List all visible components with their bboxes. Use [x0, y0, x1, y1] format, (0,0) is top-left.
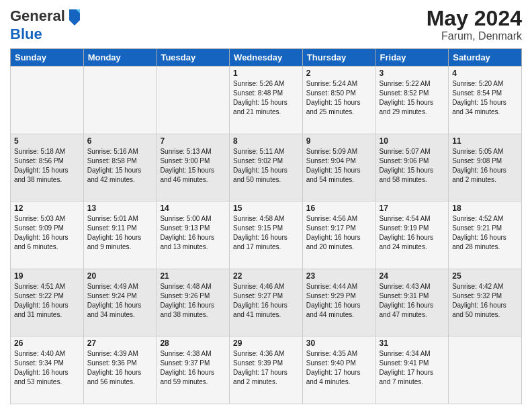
col-friday: Friday — [375, 49, 449, 66]
day-number: 22 — [233, 271, 299, 281]
day-number: 8 — [233, 136, 299, 146]
calendar-cell: 26Sunrise: 4:40 AM Sunset: 9:34 PM Dayli… — [11, 336, 84, 404]
day-number: 6 — [87, 136, 153, 146]
day-info: Sunrise: 4:42 AM Sunset: 9:32 PM Dayligh… — [452, 282, 518, 320]
day-number: 11 — [452, 136, 518, 146]
calendar-cell: 21Sunrise: 4:48 AM Sunset: 9:26 PM Dayli… — [157, 269, 230, 336]
day-info: Sunrise: 4:56 AM Sunset: 9:17 PM Dayligh… — [306, 214, 372, 252]
calendar-cell: 20Sunrise: 4:49 AM Sunset: 9:24 PM Dayli… — [83, 269, 157, 336]
day-info: Sunrise: 4:39 AM Sunset: 9:36 PM Dayligh… — [87, 349, 153, 387]
day-number: 19 — [14, 271, 80, 281]
day-info: Sunrise: 5:09 AM Sunset: 9:04 PM Dayligh… — [306, 147, 372, 185]
calendar-week-1: 1Sunrise: 5:26 AM Sunset: 8:48 PM Daylig… — [11, 66, 522, 134]
day-info: Sunrise: 5:18 AM Sunset: 8:56 PM Dayligh… — [14, 147, 80, 185]
title-block: May 2024 Farum, Denmark — [427, 7, 522, 42]
calendar-cell: 27Sunrise: 4:39 AM Sunset: 9:36 PM Dayli… — [83, 336, 157, 404]
calendar-cell — [83, 66, 157, 134]
day-number: 29 — [233, 338, 299, 348]
calendar-cell: 24Sunrise: 4:43 AM Sunset: 9:31 PM Dayli… — [375, 269, 449, 336]
page: General Blue May 2024 Farum, Denmark Sun… — [0, 0, 532, 411]
title-month: May 2024 — [427, 7, 522, 30]
calendar-cell: 18Sunrise: 4:52 AM Sunset: 9:21 PM Dayli… — [449, 201, 522, 269]
calendar-cell: 1Sunrise: 5:26 AM Sunset: 8:48 PM Daylig… — [230, 66, 303, 134]
day-number: 7 — [160, 136, 226, 146]
day-number: 14 — [160, 203, 226, 213]
col-saturday: Saturday — [449, 49, 522, 66]
day-info: Sunrise: 5:03 AM Sunset: 9:09 PM Dayligh… — [14, 214, 80, 252]
calendar-header: Sunday Monday Tuesday Wednesday Thursday… — [11, 49, 522, 66]
day-number: 13 — [87, 203, 153, 213]
day-info: Sunrise: 4:48 AM Sunset: 9:26 PM Dayligh… — [160, 282, 226, 320]
day-info: Sunrise: 4:40 AM Sunset: 9:34 PM Dayligh… — [14, 349, 80, 387]
day-info: Sunrise: 5:00 AM Sunset: 9:13 PM Dayligh… — [160, 214, 226, 252]
day-info: Sunrise: 5:01 AM Sunset: 9:11 PM Dayligh… — [87, 214, 153, 252]
calendar-week-3: 12Sunrise: 5:03 AM Sunset: 9:09 PM Dayli… — [11, 201, 522, 269]
calendar-cell: 11Sunrise: 5:05 AM Sunset: 9:08 PM Dayli… — [449, 134, 522, 201]
col-monday: Monday — [83, 49, 157, 66]
calendar-cell: 13Sunrise: 5:01 AM Sunset: 9:11 PM Dayli… — [83, 201, 157, 269]
calendar-body: 1Sunrise: 5:26 AM Sunset: 8:48 PM Daylig… — [11, 66, 522, 404]
day-info: Sunrise: 4:35 AM Sunset: 9:40 PM Dayligh… — [306, 349, 372, 387]
calendar-cell: 3Sunrise: 5:22 AM Sunset: 8:52 PM Daylig… — [375, 66, 449, 134]
day-number: 30 — [306, 338, 372, 348]
day-info: Sunrise: 5:20 AM Sunset: 8:54 PM Dayligh… — [452, 79, 518, 117]
col-thursday: Thursday — [302, 49, 375, 66]
calendar-cell: 9Sunrise: 5:09 AM Sunset: 9:04 PM Daylig… — [302, 134, 375, 201]
title-location: Farum, Denmark — [427, 30, 522, 42]
calendar-cell: 2Sunrise: 5:24 AM Sunset: 8:50 PM Daylig… — [302, 66, 375, 134]
calendar-cell: 16Sunrise: 4:56 AM Sunset: 9:17 PM Dayli… — [302, 201, 375, 269]
day-number: 18 — [452, 203, 518, 213]
calendar-cell: 7Sunrise: 5:13 AM Sunset: 9:00 PM Daylig… — [157, 134, 230, 201]
day-number: 27 — [87, 338, 153, 348]
day-number: 28 — [160, 338, 226, 348]
day-number: 9 — [306, 136, 372, 146]
day-info: Sunrise: 4:38 AM Sunset: 9:37 PM Dayligh… — [160, 349, 226, 387]
day-number: 21 — [160, 271, 226, 281]
logo-blue-text: Blue — [10, 26, 42, 42]
calendar-cell: 29Sunrise: 4:36 AM Sunset: 9:39 PM Dayli… — [230, 336, 303, 404]
day-info: Sunrise: 5:16 AM Sunset: 8:58 PM Dayligh… — [87, 147, 153, 185]
calendar-cell: 15Sunrise: 4:58 AM Sunset: 9:15 PM Dayli… — [230, 201, 303, 269]
day-info: Sunrise: 4:44 AM Sunset: 9:29 PM Dayligh… — [306, 282, 372, 320]
day-info: Sunrise: 5:22 AM Sunset: 8:52 PM Dayligh… — [380, 79, 445, 117]
day-number: 23 — [306, 271, 372, 281]
calendar-week-5: 26Sunrise: 4:40 AM Sunset: 9:34 PM Dayli… — [11, 336, 522, 404]
calendar-cell: 25Sunrise: 4:42 AM Sunset: 9:32 PM Dayli… — [449, 269, 522, 336]
day-number: 1 — [233, 68, 299, 78]
calendar-cell — [449, 336, 522, 404]
calendar-cell: 22Sunrise: 4:46 AM Sunset: 9:27 PM Dayli… — [230, 269, 303, 336]
calendar-cell: 17Sunrise: 4:54 AM Sunset: 9:19 PM Dayli… — [375, 201, 449, 269]
col-tuesday: Tuesday — [157, 49, 230, 66]
calendar-cell: 31Sunrise: 4:34 AM Sunset: 9:41 PM Dayli… — [375, 336, 449, 404]
day-number: 20 — [87, 271, 153, 281]
day-info: Sunrise: 5:11 AM Sunset: 9:02 PM Dayligh… — [233, 147, 299, 185]
calendar-cell: 14Sunrise: 5:00 AM Sunset: 9:13 PM Dayli… — [157, 201, 230, 269]
day-info: Sunrise: 4:36 AM Sunset: 9:39 PM Dayligh… — [233, 349, 299, 387]
day-info: Sunrise: 4:46 AM Sunset: 9:27 PM Dayligh… — [233, 282, 299, 320]
calendar-table: Sunday Monday Tuesday Wednesday Thursday… — [10, 48, 522, 404]
day-number: 10 — [380, 136, 445, 146]
logo-general-text: General — [10, 7, 65, 25]
day-number: 17 — [380, 203, 445, 213]
calendar-week-2: 5Sunrise: 5:18 AM Sunset: 8:56 PM Daylig… — [11, 134, 522, 201]
day-number: 3 — [380, 68, 445, 78]
day-number: 4 — [452, 68, 518, 78]
day-info: Sunrise: 5:24 AM Sunset: 8:50 PM Dayligh… — [306, 79, 372, 117]
calendar-cell: 19Sunrise: 4:51 AM Sunset: 9:22 PM Dayli… — [11, 269, 84, 336]
day-number: 31 — [380, 338, 445, 348]
day-info: Sunrise: 4:51 AM Sunset: 9:22 PM Dayligh… — [14, 282, 80, 320]
day-number: 2 — [306, 68, 372, 78]
logo-icon — [66, 7, 83, 26]
day-info: Sunrise: 4:58 AM Sunset: 9:15 PM Dayligh… — [233, 214, 299, 252]
day-info: Sunrise: 4:34 AM Sunset: 9:41 PM Dayligh… — [380, 349, 445, 387]
day-info: Sunrise: 5:13 AM Sunset: 9:00 PM Dayligh… — [160, 147, 226, 185]
calendar-cell: 10Sunrise: 5:07 AM Sunset: 9:06 PM Dayli… — [375, 134, 449, 201]
day-number: 16 — [306, 203, 372, 213]
calendar-cell: 4Sunrise: 5:20 AM Sunset: 8:54 PM Daylig… — [449, 66, 522, 134]
day-number: 5 — [14, 136, 80, 146]
logo: General Blue — [10, 7, 85, 43]
day-number: 12 — [14, 203, 80, 213]
day-info: Sunrise: 4:49 AM Sunset: 9:24 PM Dayligh… — [87, 282, 153, 320]
calendar-cell: 12Sunrise: 5:03 AM Sunset: 9:09 PM Dayli… — [11, 201, 84, 269]
day-number: 24 — [380, 271, 445, 281]
